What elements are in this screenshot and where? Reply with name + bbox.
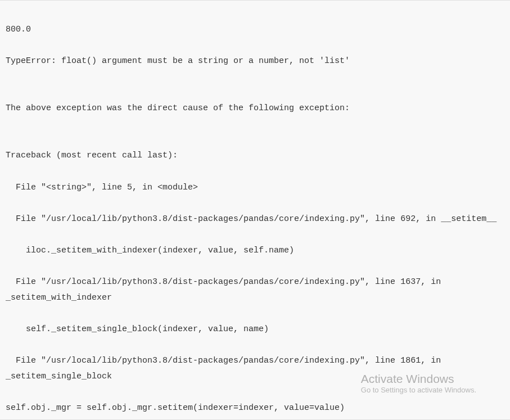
output-line: File "/usr/local/lib/python3.8/dist-pack… <box>6 353 504 385</box>
output-line: File "/usr/local/lib/python3.8/dist-pack… <box>6 211 504 227</box>
output-line: iloc._setitem_with_indexer(indexer, valu… <box>6 243 504 259</box>
output-line: File "<string>", line 5, in <module> <box>6 180 504 196</box>
output-line: TypeError: float() argument must be a st… <box>6 53 504 69</box>
output-line: self.obj._mgr = self.obj._mgr.setitem(in… <box>6 400 504 416</box>
output-line: 800.0 <box>6 22 504 38</box>
output-line: File "/usr/local/lib/python3.8/dist-pack… <box>6 274 504 306</box>
output-line: self._setitem_single_block(indexer, valu… <box>6 322 504 337</box>
output-line: Traceback (most recent call last): <box>6 148 504 164</box>
terminal-output: 800.0 TypeError: float() argument must b… <box>0 1 510 420</box>
output-line: The above exception was the direct cause… <box>6 101 504 116</box>
